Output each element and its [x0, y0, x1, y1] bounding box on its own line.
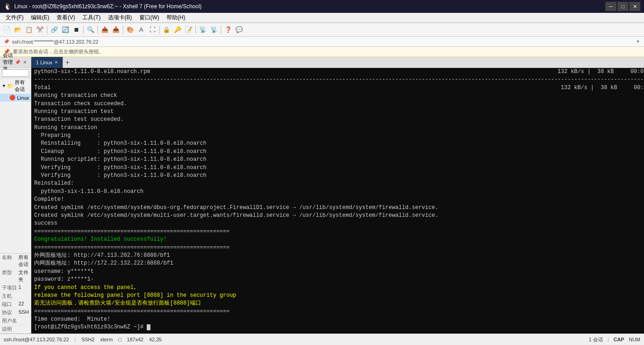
tb-sftp[interactable]: 📥: [111, 25, 121, 35]
tb-disconnect[interactable]: ⏹: [71, 25, 81, 35]
sidebar-pin-button[interactable]: 📌: [14, 59, 21, 66]
menu-edit[interactable]: 编辑(E): [27, 13, 53, 23]
sidebar-header: 会话管理器 📌 ✕: [0, 57, 31, 68]
menu-window[interactable]: 窗口(W): [136, 13, 163, 23]
minimize-button[interactable]: ─: [605, 2, 616, 11]
prop-host-label: 主机: [2, 293, 18, 300]
tb-new-session[interactable]: 📄: [2, 25, 12, 35]
tb-macro[interactable]: 📝: [184, 25, 194, 35]
status-right: 1 会话 | CAP NUM: [589, 336, 640, 343]
app-icon: 🐧: [4, 3, 12, 10]
folder-icon: 📁: [7, 83, 13, 89]
window-title: Linux - root@iZf8z9gs5xht61z93c3nw6Z:~ -…: [14, 3, 201, 10]
status-path: ssh://root@47.113.202.76:22: [4, 337, 69, 342]
terminal-line: Reinstalling : python3-six-1.11.0-8.el8.…: [34, 140, 644, 147]
menu-tabs[interactable]: 选项卡(B): [104, 13, 136, 23]
terminal[interactable]: Transaction Summary=====================…: [31, 68, 644, 334]
sidebar-header-controls: 📌 ✕: [14, 59, 28, 66]
prop-name-label: 名称: [2, 254, 18, 268]
linux-session-icon: 🔴: [9, 95, 16, 101]
terminal-line: ----------------------------------------…: [34, 76, 644, 84]
tab-linux[interactable]: 1 Linux ✕: [31, 57, 63, 68]
terminal-line: Cleanup : python3-six-1.11.0-8.el8.noarc…: [34, 148, 644, 156]
tb-connect[interactable]: 🔗: [49, 25, 59, 35]
tab-add-button[interactable]: +: [63, 58, 72, 67]
prop-type-label: 类型: [2, 269, 18, 283]
status-sep-1: |: [75, 337, 76, 342]
tb-font[interactable]: A: [136, 25, 146, 35]
terminal-line: Total 132 kB/s | 38 kB 00:00: [34, 84, 644, 92]
address-text: ssh://root:**********@47.113.202.76:22: [12, 39, 98, 45]
menu-help[interactable]: 帮助(H): [163, 13, 189, 23]
terminal-line: Transaction test succeeded.: [34, 116, 644, 124]
address-bar: 📌 ssh://root:**********@47.113.202.76:22…: [0, 37, 644, 47]
terminal-line: [root@iZf8z9gs5xht61z93c3nw6Z ~]#: [34, 323, 644, 331]
sidebar: 会话管理器 📌 ✕ ▼ 📁 所有会话 🔴 Linux 名称 所有会话: [0, 57, 31, 334]
tb-reconnect[interactable]: 🔄: [60, 25, 70, 35]
terminal-line: Running scriptlet: python3-six-1.11.0-8.…: [34, 156, 644, 164]
terminal-line: Running transaction: [34, 124, 644, 132]
tb-btn3[interactable]: 📋: [24, 25, 34, 35]
tb-color[interactable]: 🎨: [125, 25, 135, 35]
terminal-line: Created symlink /etc/systemd/system/mult…: [34, 212, 644, 220]
prop-port: 端口 22: [0, 300, 31, 309]
tb-btn4[interactable]: ✂️: [35, 25, 45, 35]
menu-tools[interactable]: 工具(T): [79, 13, 104, 23]
terminal-line: ========================================…: [34, 244, 644, 252]
sidebar-search-input[interactable]: [2, 69, 29, 77]
address-expand[interactable]: ▼: [636, 39, 640, 44]
add-session-bar: 📌 要添加当前会话，点击左侧的箭头按钮。: [0, 47, 644, 57]
terminal-line: Reinstalled:: [34, 180, 644, 187]
sidebar-close-button[interactable]: ✕: [22, 59, 28, 66]
tab-linux-label: 1 Linux: [36, 60, 52, 65]
prop-subproject: 子项目 1: [0, 284, 31, 292]
status-num: NUM: [629, 337, 640, 342]
tb-lock[interactable]: 🔒: [161, 25, 172, 35]
tb-multi2[interactable]: 📡: [209, 25, 219, 35]
menu-file[interactable]: 文件(F): [2, 13, 27, 23]
prop-port-label: 端口: [2, 301, 18, 308]
tab-bar: 1 Linux ✕ + ◀ ▶: [31, 57, 644, 68]
close-button[interactable]: ✕: [629, 2, 640, 11]
tb-key[interactable]: 🔑: [172, 25, 183, 35]
tab-close-button[interactable]: ✕: [54, 60, 58, 65]
status-dimensions: 187x42: [127, 337, 144, 342]
tb-search[interactable]: 🔍: [86, 25, 96, 35]
terminal-line: Verifying : python3-six-1.11.0-8.el8.noa…: [34, 172, 644, 180]
toolbar-sep-5: [159, 26, 160, 34]
toolbar-sep-7: [221, 26, 221, 34]
terminal-line: Complete!: [34, 196, 644, 204]
prop-desc: 说明: [0, 325, 31, 334]
content-area: 1 Linux ✕ + ◀ ▶ Transaction Summary=====…: [31, 57, 644, 334]
maximize-button[interactable]: □: [617, 2, 628, 11]
terminal-line: Verifying : python3-six-1.11.0-8.el8.noa…: [34, 164, 644, 172]
toolbar-sep-2: [83, 26, 84, 34]
terminal-line: ========================================…: [34, 228, 644, 236]
tb-full[interactable]: ⛶: [147, 25, 157, 35]
terminal-line: Created symlink /etc/systemd/system/dbus…: [34, 204, 644, 212]
tb-transfer[interactable]: 📤: [100, 25, 110, 35]
tree-arrow-all: ▼: [2, 84, 6, 88]
tb-comment[interactable]: 💬: [234, 25, 244, 35]
tree-item-linux[interactable]: 🔴 Linux: [0, 94, 31, 102]
terminal-line: Running transaction check: [34, 92, 644, 100]
tb-multi-send[interactable]: 📡: [198, 25, 208, 35]
add-session-text: 要添加当前会话，点击左侧的箭头按钮。: [13, 48, 104, 55]
prop-protocol-label: 协议: [2, 309, 18, 316]
terminal-line: Transaction check succeeded.: [34, 100, 644, 108]
menu-view[interactable]: 查看(V): [53, 13, 79, 23]
status-dimensions-icon: □: [118, 337, 121, 342]
toolbar-sep-3: [98, 26, 98, 34]
tree-item-all-sessions[interactable]: ▼ 📁 所有会话: [0, 78, 31, 94]
menu-bar: 文件(F) 编辑(E) 查看(V) 工具(T) 选项卡(B) 窗口(W) 帮助(…: [0, 13, 644, 23]
tb-help[interactable]: ❓: [223, 25, 233, 35]
status-ssh: SSH2: [81, 337, 95, 342]
sidebar-search: [0, 68, 31, 78]
status-coords: 42,35: [149, 337, 162, 342]
title-bar-left: 🐧 Linux - root@iZf8z9gs5xht61z93c3nw6Z:~…: [4, 3, 201, 10]
status-cap: CAP: [614, 337, 624, 342]
terminal-line: python3-six-1.11.0-8.el8.noarch.rpm 132 …: [34, 68, 644, 76]
prop-name-value: 所有会话: [18, 254, 29, 268]
prop-port-value: 22: [18, 301, 24, 308]
tb-open[interactable]: 📂: [13, 25, 23, 35]
